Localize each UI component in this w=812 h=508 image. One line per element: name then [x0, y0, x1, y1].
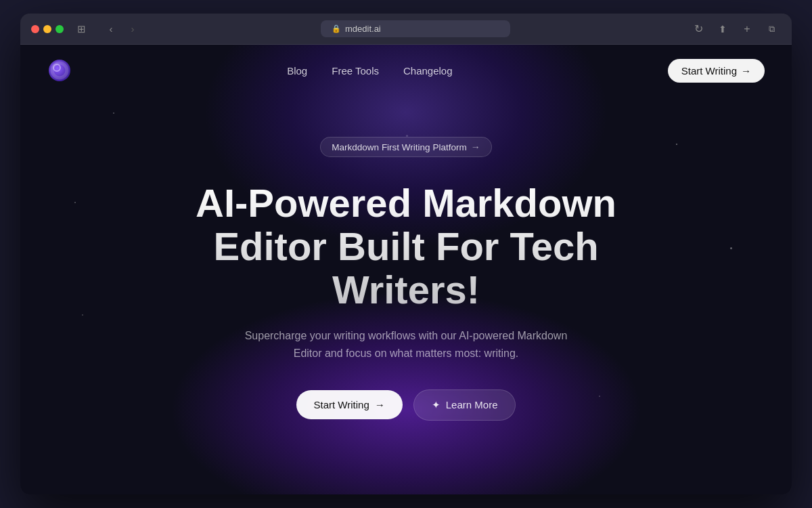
sparkle-icon: ✦	[432, 399, 441, 411]
nav-changelog-link[interactable]: Changelog	[403, 65, 453, 77]
hero-badge-text: Markddown First Writing Platform	[332, 142, 466, 152]
nav-cta-arrow: →	[741, 65, 751, 77]
browser-controls: ‹ ›	[102, 22, 142, 37]
nav-blog-link[interactable]: Blog	[287, 65, 307, 77]
hero-section: Markddown First Writing Platform → AI-Po…	[20, 96, 792, 448]
hero-title: AI-Powered Markdown Editor Built For Tec…	[169, 182, 643, 311]
nav-links: Blog Free Tools Changelog	[287, 65, 452, 77]
sidebar-icon: ⊞	[77, 23, 86, 35]
address-bar[interactable]: 🔒 mdedit.ai	[321, 20, 510, 37]
back-button[interactable]: ‹	[102, 22, 120, 37]
minimize-button[interactable]	[43, 25, 51, 33]
lock-icon: 🔒	[332, 24, 341, 33]
nav-free-tools-link[interactable]: Free Tools	[332, 65, 379, 77]
start-writing-arrow: →	[375, 399, 385, 410]
hero-title-line2: Editor Built For Tech Writers!	[213, 224, 598, 312]
sidebar-toggle-button[interactable]: ⊞	[72, 22, 91, 37]
start-writing-button[interactable]: Start Writing →	[296, 390, 403, 419]
browser-chrome: ⊞ ‹ › 🔒 mdedit.ai ↻ ⬆ + ⧉	[20, 14, 792, 45]
forward-button[interactable]: ›	[123, 22, 142, 37]
nav-cta-label: Start Writing	[681, 65, 737, 77]
new-tab-button[interactable]: +	[738, 22, 757, 37]
nav-start-writing-button[interactable]: Start Writing →	[668, 59, 765, 83]
learn-more-label: Learn More	[446, 399, 498, 410]
hero-title-line1: AI-Powered Markdown	[196, 181, 616, 225]
hero-buttons: Start Writing → ✦ Learn More	[47, 389, 765, 421]
hero-subtitle: Supercharge your writing workflows with …	[237, 327, 575, 362]
hero-badge[interactable]: Markddown First Writing Platform →	[320, 137, 491, 157]
address-bar-wrapper: 🔒 mdedit.ai	[150, 20, 681, 37]
traffic-lights	[31, 25, 64, 33]
badge-arrow-icon: →	[471, 142, 480, 152]
logo-icon	[47, 58, 72, 83]
browser-window: ⊞ ‹ › 🔒 mdedit.ai ↻ ⬆ + ⧉	[20, 14, 792, 494]
url-text: mdedit.ai	[345, 24, 381, 34]
start-writing-label: Start Writing	[314, 399, 369, 410]
close-button[interactable]	[31, 25, 39, 33]
page-content: Blog Free Tools Changelog Start Writing …	[20, 45, 792, 494]
navigation: Blog Free Tools Changelog Start Writing …	[20, 45, 792, 96]
browser-actions: ↻ ⬆ + ⧉	[689, 22, 781, 37]
tab-overview-button[interactable]: ⧉	[762, 22, 781, 37]
share-button[interactable]: ⬆	[713, 22, 732, 37]
logo[interactable]	[47, 58, 72, 83]
reload-button[interactable]: ↻	[689, 22, 708, 37]
maximize-button[interactable]	[55, 25, 64, 33]
learn-more-button[interactable]: ✦ Learn More	[413, 389, 516, 421]
